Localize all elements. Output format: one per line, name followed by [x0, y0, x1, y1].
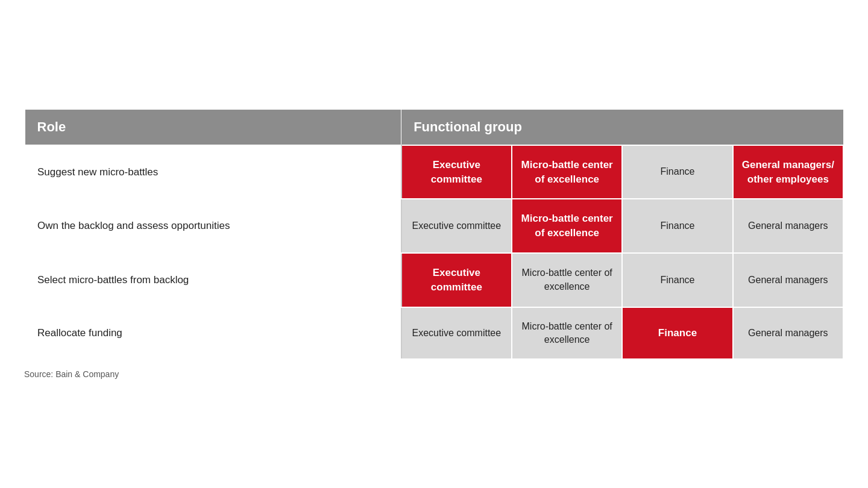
functional-cell: Micro-battle center of excellence: [512, 145, 622, 199]
table-row: Suggest new micro-battlesExecutive commi…: [25, 145, 843, 199]
table-wrapper: Role Functional group Suggest new micro-…: [24, 109, 844, 380]
role-cell: Reallocate funding: [25, 307, 401, 360]
role-cell: Select micro-battles from backlog: [25, 253, 401, 307]
main-table: Role Functional group Suggest new micro-…: [24, 109, 844, 360]
functional-cell: General managers: [733, 307, 843, 360]
table-row: Reallocate fundingExecutive committeeMic…: [25, 307, 843, 360]
functional-cell: General managers: [733, 253, 843, 307]
functional-cell: Executive committee: [401, 253, 512, 307]
functional-cell: Finance: [622, 253, 732, 307]
functional-cell: Finance: [622, 145, 732, 199]
functional-cell: Micro-battle center of excellence: [512, 199, 622, 253]
table-row: Own the backlog and assess opportunities…: [25, 199, 843, 253]
functional-cell: Executive committee: [401, 145, 512, 199]
functional-cell: Finance: [622, 199, 732, 253]
functional-group-header: Functional group: [401, 109, 843, 145]
functional-cell: Micro-battle center of excellence: [512, 307, 622, 360]
functional-cell: Finance: [622, 307, 732, 360]
role-cell: Own the backlog and assess opportunities: [25, 199, 401, 253]
functional-cell: Micro-battle center of excellence: [512, 253, 622, 307]
role-header: Role: [25, 109, 401, 145]
functional-cell: General managers: [733, 199, 843, 253]
source-citation: Source: Bain & Company: [24, 369, 844, 379]
role-cell: Suggest new micro-battles: [25, 145, 401, 199]
functional-cell: Executive committee: [401, 199, 512, 253]
table-row: Select micro-battles from backlogExecuti…: [25, 253, 843, 307]
functional-cell: Executive committee: [401, 307, 512, 360]
functional-cell: General managers/ other employees: [733, 145, 843, 199]
